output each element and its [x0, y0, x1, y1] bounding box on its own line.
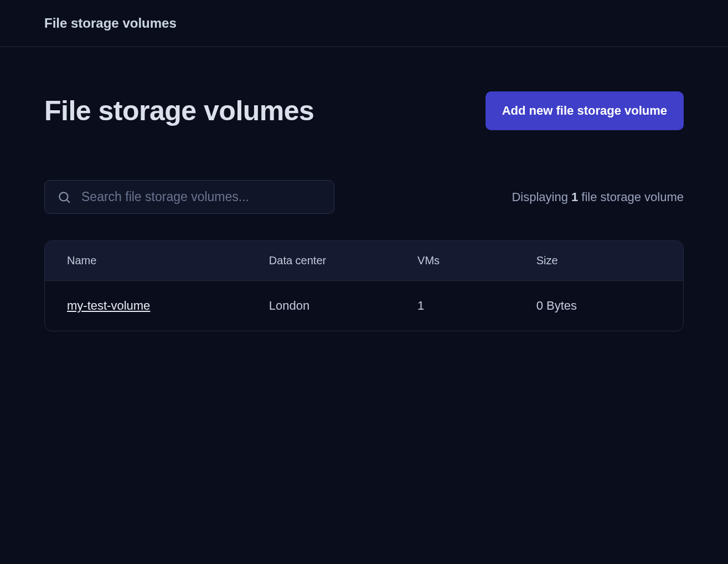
header-data-center: Data center	[269, 254, 417, 267]
top-bar: File storage volumes	[0, 0, 728, 47]
search-row: Displaying 1 file storage volume	[44, 180, 684, 214]
result-count: Displaying 1 file storage volume	[512, 190, 684, 204]
header-vms: VMs	[417, 254, 536, 267]
breadcrumb: File storage volumes	[44, 16, 684, 31]
volumes-table: Name Data center VMs Size my-test-volume…	[44, 240, 684, 331]
cell-data-center: London	[269, 299, 417, 313]
search-box[interactable]	[44, 180, 334, 214]
header-row: File storage volumes Add new file storag…	[44, 91, 684, 130]
header-name: Name	[67, 254, 269, 267]
search-input[interactable]	[81, 189, 322, 204]
cell-size: 0 Bytes	[536, 299, 661, 313]
svg-point-0	[59, 192, 68, 201]
svg-line-1	[67, 199, 70, 202]
search-icon	[57, 190, 71, 204]
main-content: File storage volumes Add new file storag…	[0, 47, 728, 331]
count-number: 1	[571, 190, 578, 204]
count-prefix: Displaying	[512, 190, 571, 204]
add-volume-button[interactable]: Add new file storage volume	[486, 91, 684, 130]
table-row: my-test-volume London 1 0 Bytes	[45, 281, 683, 331]
header-size: Size	[536, 254, 661, 267]
table-header: Name Data center VMs Size	[45, 241, 683, 281]
count-suffix: file storage volume	[578, 190, 684, 204]
volume-name-link[interactable]: my-test-volume	[67, 299, 150, 312]
page-title: File storage volumes	[44, 95, 314, 127]
cell-vms: 1	[417, 299, 536, 313]
